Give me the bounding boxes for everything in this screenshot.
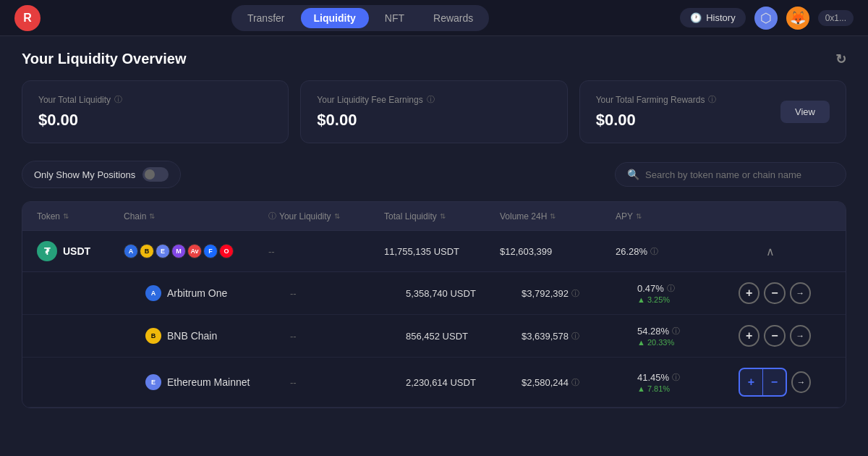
usdt-expand: ∧: [702, 245, 775, 258]
sub-row-arbitrum: A Arbitrum One -- 5,358,740 USDT $3,792,…: [22, 272, 846, 315]
eth-vol: $2,580,244 ⓘ: [522, 377, 637, 388]
bnb-actions: + − →: [739, 325, 811, 347]
main-content: Your Liquidity Overview ↻ Your Total Liq…: [0, 36, 868, 423]
stat-card-total-liquidity: Your Total Liquidity ⓘ $0.00: [22, 80, 289, 143]
eth-chain-icon: E: [145, 374, 161, 390]
chain-icon-ftm: F: [203, 244, 218, 258]
sort-icon-apy: ⇅: [636, 212, 642, 220]
info-icon-fee-earnings[interactable]: ⓘ: [427, 94, 435, 105]
usdt-sub-rows: A Arbitrum One -- 5,358,740 USDT $3,792,…: [22, 272, 846, 408]
info-icon-your-liq[interactable]: ⓘ: [268, 211, 276, 221]
info-icon-farming-rewards[interactable]: ⓘ: [708, 94, 716, 105]
stat-value-fee-earnings: $0.00: [317, 111, 550, 130]
eth-goto-button[interactable]: →: [791, 371, 811, 393]
arbitrum-your-liq: --: [290, 288, 406, 299]
toggle-switch[interactable]: [142, 167, 169, 182]
sub-row-bnb: B BNB Chain -- 856,452 USDT $3,639,578 ⓘ…: [22, 315, 846, 358]
refresh-icon[interactable]: ↻: [835, 51, 846, 67]
tab-nft[interactable]: NFT: [372, 8, 417, 28]
history-icon: 🕐: [690, 12, 702, 23]
page-title: Your Liquidity Overview: [22, 51, 186, 67]
chain-icon-avax: Av: [187, 244, 202, 258]
usdt-apy: 26.28% ⓘ: [616, 246, 702, 257]
bnb-total-liq: 856,452 USDT: [406, 331, 522, 342]
bnb-label: BNB Chain: [167, 330, 217, 342]
usdt-total-liquidity: 11,755,135 USDT: [384, 246, 500, 257]
arbitrum-apy: 0.47% ⓘ ▲ 3.25%: [637, 283, 739, 304]
tab-transfer[interactable]: Transfer: [234, 8, 298, 28]
tab-liquidity[interactable]: Liquidity: [301, 8, 369, 28]
eth-vol-info[interactable]: ⓘ: [571, 377, 579, 388]
arbitrum-chain-cell: A Arbitrum One: [145, 285, 290, 301]
th-total-liquidity[interactable]: Total Liquidity ⇅: [384, 211, 500, 221]
stat-card-farming-rewards: Your Total Farming Rewards ⓘ $0.00 View: [579, 80, 846, 143]
usdt-chain-icons: A B E M Av F O: [124, 244, 268, 258]
bnb-vol: $3,639,578 ⓘ: [522, 331, 637, 342]
arb-vol-info[interactable]: ⓘ: [571, 288, 579, 299]
stat-value-farming-rewards: $0.00: [596, 111, 717, 130]
history-button[interactable]: 🕐 History: [680, 8, 745, 28]
search-input[interactable]: [645, 169, 834, 180]
toggle-label: Only Show My Positions: [34, 169, 135, 180]
bnb-apy: 54.28% ⓘ ▲ 20.33%: [637, 326, 739, 347]
bnb-vol-info[interactable]: ⓘ: [571, 331, 579, 342]
eth-total-liq: 2,230,614 USDT: [406, 377, 522, 388]
bnb-remove-button[interactable]: −: [764, 325, 785, 347]
usdt-label: USDT: [63, 245, 90, 257]
page-header: Your Liquidity Overview ↻: [22, 51, 846, 67]
th-volume-24h[interactable]: Volume 24H ⇅: [500, 211, 616, 221]
th-actions: [702, 211, 775, 221]
stat-label-fee-earnings: Your Liquidity Fee Earnings ⓘ: [317, 94, 550, 105]
view-rewards-button[interactable]: View: [780, 101, 830, 123]
arbitrum-total-liq: 5,358,740 USDT: [406, 288, 522, 299]
nav-right: 🕐 History ⬡ 🦊 0x1...: [680, 7, 854, 30]
usdt-your-liquidity: --: [268, 246, 384, 257]
bnb-apy-info[interactable]: ⓘ: [672, 326, 680, 337]
th-your-liquidity[interactable]: ⓘ Your Liquidity ⇅: [268, 211, 384, 221]
th-chain[interactable]: Chain ⇅: [124, 211, 268, 221]
eth-apy-sub: ▲ 7.81%: [637, 384, 739, 393]
bnb-your-liq: --: [290, 331, 406, 342]
logo: R: [14, 5, 41, 31]
chain-icon-eth: E: [156, 244, 170, 258]
arbitrum-add-button[interactable]: +: [739, 282, 760, 304]
info-icon-total-liquidity[interactable]: ⓘ: [114, 94, 122, 105]
arbitrum-vol: $3,792,392 ⓘ: [522, 288, 637, 299]
chain-icon-matic: M: [171, 244, 186, 258]
stat-label-farming-rewards: Your Total Farming Rewards ⓘ: [596, 94, 717, 105]
arbitrum-actions: + − →: [739, 282, 811, 304]
eth-add-button[interactable]: +: [740, 369, 763, 395]
eth-apy-info[interactable]: ⓘ: [672, 372, 680, 383]
top-nav: R Transfer Liquidity NFT Rewards 🕐 Histo…: [0, 0, 868, 36]
usdt-apy-info[interactable]: ⓘ: [650, 246, 658, 257]
eth-remove-button[interactable]: −: [763, 369, 786, 395]
eth-avatar[interactable]: ⬡: [754, 7, 778, 30]
eth-chain-cell: E Ethereum Mainnet: [145, 374, 290, 390]
bnb-goto-button[interactable]: →: [790, 325, 811, 347]
arbitrum-icon: A: [145, 285, 161, 301]
sort-icon-token: ⇅: [63, 212, 69, 220]
sort-icon-your-liq: ⇅: [334, 212, 340, 220]
th-apy[interactable]: APY ⇅: [616, 211, 702, 221]
chevron-up-icon[interactable]: ∧: [766, 245, 775, 258]
bnb-apy-sub: ▲ 20.33%: [637, 338, 739, 347]
liquidity-table: Token ⇅ Chain ⇅ ⓘ Your Liquidity ⇅ Total…: [22, 201, 846, 408]
arbitrum-label: Arbitrum One: [167, 287, 227, 299]
arbitrum-remove-button[interactable]: −: [764, 282, 785, 304]
bnb-icon: B: [145, 328, 161, 344]
usdt-icon: ₮: [37, 241, 57, 261]
arb-apy-info[interactable]: ⓘ: [667, 283, 675, 294]
chain-icon-arb: A: [124, 244, 138, 258]
sub-row-ethereum: E Ethereum Mainnet -- 2,230,614 USDT $2,…: [22, 358, 846, 408]
fox-avatar[interactable]: 🦊: [786, 7, 809, 30]
arbitrum-apy-sub: ▲ 3.25%: [637, 295, 739, 304]
wallet-address[interactable]: 0x1...: [818, 10, 854, 26]
stat-card-fee-earnings: Your Liquidity Fee Earnings ⓘ $0.00: [300, 80, 567, 143]
chain-icon-op: O: [219, 244, 234, 258]
bnb-add-button[interactable]: +: [739, 325, 760, 347]
sort-icon-chain: ⇅: [149, 212, 155, 220]
stat-value-total-liquidity: $0.00: [38, 111, 272, 130]
tab-rewards[interactable]: Rewards: [420, 8, 486, 28]
arbitrum-goto-button[interactable]: →: [790, 282, 811, 304]
th-token[interactable]: Token ⇅: [37, 211, 124, 221]
